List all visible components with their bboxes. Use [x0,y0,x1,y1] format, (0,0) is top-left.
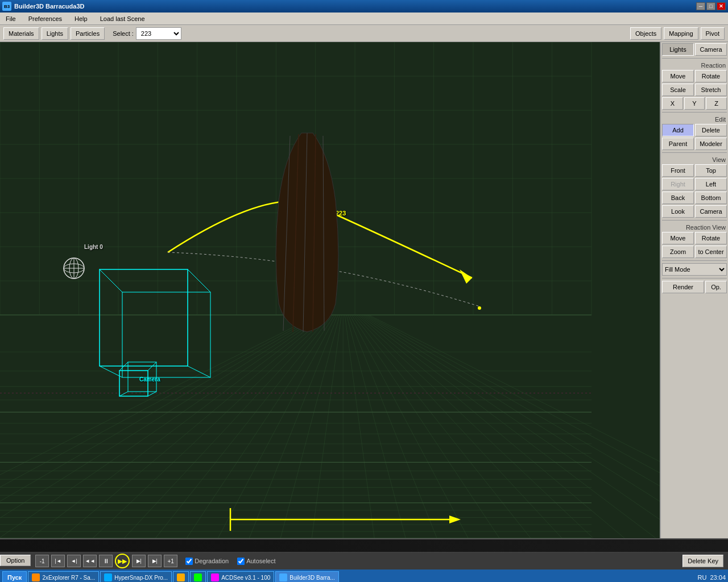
animation-bar: 46 kadr -1 |◄ ◄| ◄◄ ⏸ ▶▶ ▶| ▶| +1 Degrad… [0,538,728,569]
rv-move-rotate-row: Move Rotate [662,232,727,244]
hypersnap-icon [104,573,112,581]
objects-button[interactable]: Objects [630,27,661,40]
materials-button[interactable]: Materials [3,27,39,40]
app-title: Builder3D Barracuda3D [14,3,85,10]
add-button[interactable]: Add [662,124,694,136]
globe-icon [194,573,202,581]
builder3d-icon [279,573,287,581]
option-button[interactable]: Option [1,555,30,566]
rv-move-button[interactable]: Move [662,232,694,244]
play-button[interactable]: ▶▶ [115,554,130,568]
rotate-button-1[interactable]: Rotate [695,70,727,82]
lights-camera-tabs: Lights Camera [662,43,727,56]
menu-bar: File Preferences Help Load last Scene [0,13,728,25]
xyz-row: X Y Z [662,97,727,110]
edit-label: Edit [662,115,727,123]
menu-load-last-scene[interactable]: Load last Scene [97,14,148,23]
taskbar-item-rss[interactable] [173,571,189,582]
stretch-button[interactable]: Stretch [695,84,727,96]
x-button[interactable]: X [662,97,683,110]
z-button[interactable]: Z [706,97,727,110]
explorer-icon [32,573,40,581]
top-button[interactable]: Top [695,164,727,177]
add-delete-row: Add Delete [662,124,727,136]
rv-rotate-button[interactable]: Rotate [695,232,727,244]
pause-button[interactable]: ⏸ [99,555,113,567]
y-button[interactable]: Y [684,97,705,110]
mapping-button[interactable]: Mapping [664,27,698,40]
viewport-3d[interactable]: 223 Light 0 Camera [0,42,660,538]
main-area: 223 Light 0 Camera [0,42,728,538]
rv-zoom-button[interactable]: Zoom [662,246,694,258]
menu-help[interactable]: Help [71,14,91,23]
minimize-button[interactable]: ─ [696,2,705,10]
delete-key-button[interactable]: Delete Key [682,555,723,567]
move-button-1[interactable]: Move [662,70,694,82]
main-toolbar: Materials Lights Particles Select : 223 … [0,25,728,42]
parent-modeler-row: Parent Modeler [662,138,727,150]
plus-1-button[interactable]: +1 [164,555,177,567]
modeler-button[interactable]: Modeler [695,138,727,150]
op-button[interactable]: Op. [705,281,727,293]
prev-key-button[interactable]: ◄| [67,555,81,567]
move-rotate-row: Move Rotate [662,70,727,82]
step-fwd-button[interactable]: ▶| [132,555,146,567]
bottom-button[interactable]: Bottom [695,192,727,204]
rv-to-center-button[interactable]: to Center [695,246,727,258]
scale-button[interactable]: Scale [662,84,694,96]
acdsee-icon [211,573,219,581]
particles-button[interactable]: Particles [71,27,105,40]
anim-checkboxes: Degradation Autoselect [180,558,281,565]
back-button[interactable]: Back [662,192,694,204]
timeline[interactable] [0,539,728,552]
animation-controls: 46 kadr -1 |◄ ◄| ◄◄ ⏸ ▶▶ ▶| ▶| +1 Degrad… [0,552,728,569]
goto-start-button[interactable]: |◄ [51,555,65,567]
grid-canvas [0,42,660,538]
right-button[interactable]: Right [662,178,694,190]
app-logo: B3 [2,2,11,11]
rss-icon [177,573,185,581]
back-bottom-row: Back Bottom [662,192,727,204]
render-button[interactable]: Render [662,281,704,293]
menu-file[interactable]: File [2,14,19,23]
taskbar-item-builder3d[interactable]: Builder3D Barra... [275,571,338,582]
lights-button[interactable]: Lights [42,27,68,40]
fill-mode-select[interactable]: Fill Mode [662,263,727,276]
taskbar-right: RU 23:04 [698,574,726,581]
menu-preferences[interactable]: Preferences [25,14,65,23]
degradation-check[interactable]: Degradation [185,558,229,565]
front-top-row: Front Top [662,164,727,177]
delete-button[interactable]: Delete [695,124,727,136]
close-button[interactable]: ✕ [717,2,726,10]
lights-tab[interactable]: Lights [662,43,694,56]
minus-1-button[interactable]: -1 [35,555,49,567]
start-button[interactable]: Пуск [2,571,27,582]
select-label: Select : [113,30,134,37]
clock: 23:04 [710,574,726,581]
object-select[interactable]: 223 [136,27,181,40]
left-button[interactable]: Left [695,178,727,190]
maximize-button[interactable]: □ [706,2,715,10]
taskbar-item-acdsee[interactable]: ACDSee v3.1 - 100 [207,571,274,582]
light-label: Light 0 [84,244,103,250]
parent-button[interactable]: Parent [662,138,694,150]
taskbar-item-explorer[interactable]: 2xExplorer R7 - Sa... [28,571,99,582]
taskbar-item-hypersnap[interactable]: HyperSnap-DX Pro... [100,571,172,582]
front-button[interactable]: Front [662,164,694,177]
pivot-button[interactable]: Pivot [701,27,725,40]
right-panel: Lights Camera Reaction Move Rotate Scale… [660,42,728,538]
taskbar-item-globe[interactable] [190,571,206,582]
camera-tab[interactable]: Camera [695,43,727,56]
titlebar-left: B3 Builder3D Barracuda3D [2,2,85,11]
window-controls[interactable]: ─ □ ✕ [696,2,726,10]
reaction-label: Reaction [662,61,727,69]
step-back-button[interactable]: ◄◄ [83,555,97,567]
taskbar: Пуск 2xExplorer R7 - Sa... HyperSnap-DX … [0,569,728,582]
autoselect-check[interactable]: Autoselect [237,558,275,565]
look-button[interactable]: Look [662,205,694,218]
fill-mode-row: Fill Mode [662,263,727,276]
render-op-row: Render Op. [662,281,727,293]
goto-end-button[interactable]: ▶| [148,555,162,567]
look-camera-row: Look Camera [662,205,727,218]
camera-view-button[interactable]: Camera [695,205,727,218]
